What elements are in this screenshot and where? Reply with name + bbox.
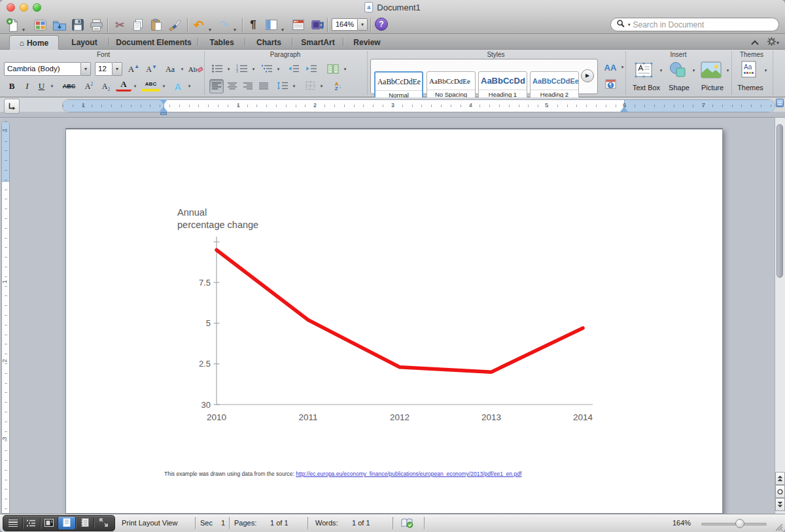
line-spacing-caret-icon[interactable] <box>290 79 298 93</box>
first-line-indent-marker[interactable] <box>160 99 167 105</box>
tab-charts[interactable]: Charts <box>247 35 290 50</box>
text-effects-button[interactable]: A <box>170 79 186 93</box>
font-color-caret-icon[interactable] <box>131 79 139 93</box>
print-layout-view-button[interactable] <box>58 517 75 529</box>
cut-button[interactable]: ✂ <box>111 16 128 33</box>
notebook-layout-view-button[interactable] <box>76 517 93 529</box>
redo-caret-icon[interactable] <box>232 22 238 34</box>
copy-button[interactable] <box>130 16 147 33</box>
manage-styles-button[interactable]: ¶ <box>603 77 618 91</box>
tab-review[interactable]: Review <box>345 35 389 50</box>
undo-caret-icon[interactable] <box>207 22 213 34</box>
close-button[interactable] <box>7 3 15 12</box>
sort-button[interactable]: AZ↓ <box>330 79 347 93</box>
zoom-caret-icon[interactable]: ▾ <box>358 18 368 31</box>
shape-caret-icon[interactable] <box>690 63 697 78</box>
decrease-indent-button[interactable] <box>286 62 302 76</box>
search-field[interactable]: ▾ Search in Document <box>610 18 779 31</box>
clear-formatting-button[interactable]: Ab <box>187 62 204 76</box>
pages-label[interactable]: Pages: <box>234 519 256 527</box>
line-spacing-button[interactable] <box>275 79 290 93</box>
publishing-layout-view-button[interactable] <box>41 517 58 529</box>
section-label[interactable]: Sec <box>200 519 213 527</box>
zoom-slider-thumb[interactable] <box>735 519 744 528</box>
themes-button[interactable]: Aa <box>737 60 761 81</box>
subscript-button[interactable]: A2 <box>98 79 114 93</box>
ribbon-settings-button[interactable]: ▾ <box>767 37 779 49</box>
focus-view-button[interactable] <box>94 517 113 529</box>
select-browse-object-button[interactable] <box>775 485 785 498</box>
tab-document-elements[interactable]: Document Elements <box>111 35 196 50</box>
source-link[interactable]: http://ec.europa.eu/economy_finance/publ… <box>296 471 521 477</box>
vertical-scrollbar-thumb[interactable] <box>776 124 783 278</box>
new-document-button[interactable] <box>4 16 21 33</box>
pages-value[interactable]: 1 of 1 <box>270 519 288 527</box>
save-button[interactable] <box>69 16 86 33</box>
borders-caret-icon[interactable] <box>318 79 325 93</box>
hanging-indent-marker[interactable] <box>160 107 167 112</box>
tab-tables[interactable]: Tables <box>200 35 243 50</box>
tab-home[interactable]: ⌂Home <box>9 35 59 50</box>
multilevel-list-button[interactable] <box>259 62 275 76</box>
words-value[interactable]: 1 of 1 <box>352 519 370 527</box>
grow-font-button[interactable]: A▲ <box>126 62 142 76</box>
view-name-label[interactable]: Print Layout View <box>122 519 177 527</box>
highlight-caret-icon[interactable] <box>160 79 167 93</box>
gallery-toggle-button[interactable] <box>31 16 48 33</box>
text-styles-caret-icon[interactable] <box>619 60 626 75</box>
tab-stop-selector[interactable] <box>4 99 20 114</box>
show-formatting-marks-button[interactable]: ¶ <box>246 16 260 33</box>
sidebar-view-button[interactable] <box>263 16 280 33</box>
font-size-combo[interactable]: 12 <box>95 62 113 76</box>
underline-caret-icon[interactable] <box>48 79 56 93</box>
sidebar-view-caret-icon[interactable] <box>279 22 286 34</box>
text-styles-button[interactable]: AA <box>602 60 619 75</box>
themes-caret-icon[interactable] <box>762 63 769 78</box>
vertical-ruler[interactable]: 1 1 2 3 <box>1 121 10 514</box>
zoom-slider-track[interactable] <box>701 523 767 525</box>
horizontal-ruler[interactable]: 1 1 2 3 4 5 6 7 <box>62 99 775 112</box>
numbering-button[interactable]: 123 <box>234 62 250 76</box>
next-page-button[interactable] <box>775 498 785 511</box>
insert-picture-button[interactable] <box>699 60 724 81</box>
strikethrough-button[interactable]: ABC <box>59 79 79 93</box>
outline-view-button[interactable] <box>23 517 40 529</box>
picture-caret-icon[interactable] <box>724 63 731 78</box>
multilevel-caret-icon[interactable] <box>275 62 282 76</box>
print-button[interactable] <box>88 16 105 33</box>
numbering-caret-icon[interactable] <box>250 62 257 76</box>
format-painter-button[interactable] <box>166 16 183 33</box>
undo-button[interactable]: ↶ <box>191 16 207 33</box>
bullets-caret-icon[interactable] <box>225 62 232 76</box>
zoom-window-button[interactable] <box>33 3 41 12</box>
collapse-ribbon-button[interactable] <box>750 37 760 49</box>
bold-button[interactable]: B <box>4 79 20 93</box>
underline-button[interactable]: U <box>35 79 48 93</box>
open-button[interactable] <box>51 16 68 33</box>
increase-indent-button[interactable] <box>304 62 319 76</box>
minimize-button[interactable] <box>20 3 28 12</box>
zoom-input[interactable]: 164% <box>332 18 358 31</box>
bullets-button[interactable] <box>209 62 225 76</box>
spelling-status-button[interactable] <box>400 518 413 531</box>
tab-layout[interactable]: Layout <box>63 35 106 50</box>
media-browser-button[interactable] <box>309 16 326 33</box>
paste-button[interactable] <box>148 16 165 33</box>
font-color-button[interactable]: A <box>116 79 131 91</box>
borders-button[interactable] <box>302 79 318 93</box>
shrink-font-button[interactable]: A▼ <box>143 62 160 76</box>
search-scope-caret-icon[interactable]: ▾ <box>628 22 631 27</box>
left-indent-marker[interactable] <box>160 112 167 115</box>
words-label[interactable]: Words: <box>315 519 338 527</box>
highlight-button[interactable]: ABC <box>141 79 160 91</box>
document-page[interactable]: Annual percentage change 7.552.530201020… <box>65 128 723 514</box>
font-size-caret-icon[interactable]: ▾ <box>113 62 122 76</box>
split-view-handle-icon[interactable] <box>776 99 784 107</box>
align-left-button[interactable] <box>209 79 224 93</box>
insert-shape-button[interactable] <box>666 60 689 81</box>
superscript-button[interactable]: A2 <box>81 79 97 93</box>
italic-button[interactable]: I <box>20 79 34 93</box>
columns-button[interactable] <box>324 62 341 76</box>
change-case-caret-icon[interactable] <box>179 62 186 76</box>
change-case-button[interactable]: Aa <box>162 62 179 76</box>
